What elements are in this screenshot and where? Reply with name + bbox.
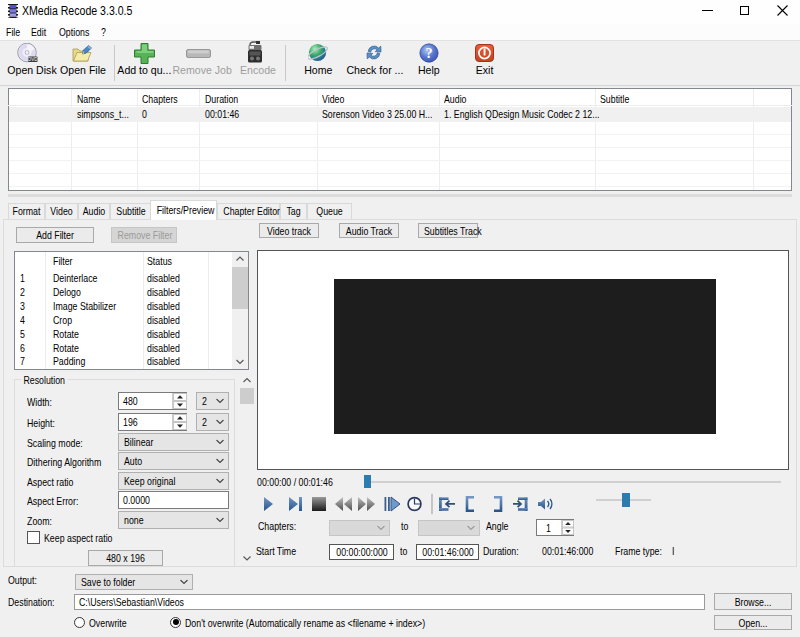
svg-text:DVD: DVD	[28, 57, 38, 62]
svg-text:?: ?	[425, 45, 432, 61]
